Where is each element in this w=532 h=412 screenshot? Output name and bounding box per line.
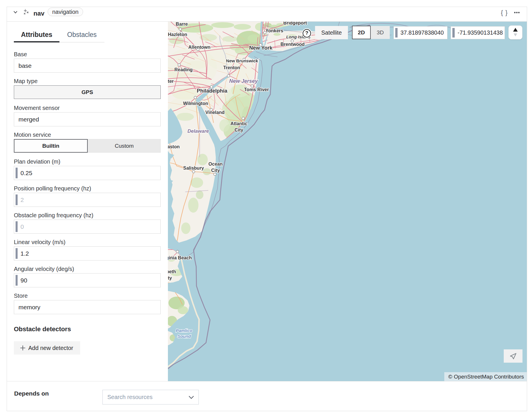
svg-text:Vineland: Vineland [205, 110, 224, 115]
svg-text:Toms River: Toms River [244, 87, 269, 92]
svg-text:Delaware: Delaware [188, 128, 209, 134]
svg-text:Salisbury: Salisbury [183, 166, 204, 171]
svg-text:City: City [168, 276, 172, 280]
svg-text:Reading: Reading [174, 67, 192, 72]
svg-text:New York: New York [249, 45, 273, 51]
svg-text:Elizabeth: Elizabeth [168, 269, 176, 274]
svg-text:Atlantic: Atlantic [231, 121, 248, 126]
svg-text:Sound: Sound [177, 334, 191, 339]
svg-text:New Jersey: New Jersey [229, 78, 258, 84]
svg-text:Ocean: Ocean [209, 162, 223, 166]
svg-text:Easton: Easton [168, 144, 180, 149]
svg-text:Pamlico: Pamlico [176, 328, 192, 333]
svg-text:Bridgeport: Bridgeport [283, 22, 307, 25]
svg-text:Trenton: Trenton [223, 65, 240, 70]
svg-text:Barre: Barre [176, 22, 188, 27]
svg-text:Philadelphia: Philadelphia [197, 88, 228, 94]
svg-text:Lancaster: Lancaster [168, 79, 174, 84]
svg-text:Allentown: Allentown [188, 45, 210, 50]
svg-text:Virginia Beach: Virginia Beach [168, 255, 192, 260]
svg-text:Wilmington: Wilmington [183, 101, 208, 106]
svg-text:Yonkers: Yonkers [265, 28, 283, 33]
svg-text:City: City [235, 128, 243, 132]
svg-text:Hazleton: Hazleton [168, 32, 187, 37]
svg-text:New Brunswick: New Brunswick [226, 58, 258, 63]
svg-text:City: City [211, 168, 220, 173]
svg-text:Brentwood: Brentwood [280, 42, 305, 47]
